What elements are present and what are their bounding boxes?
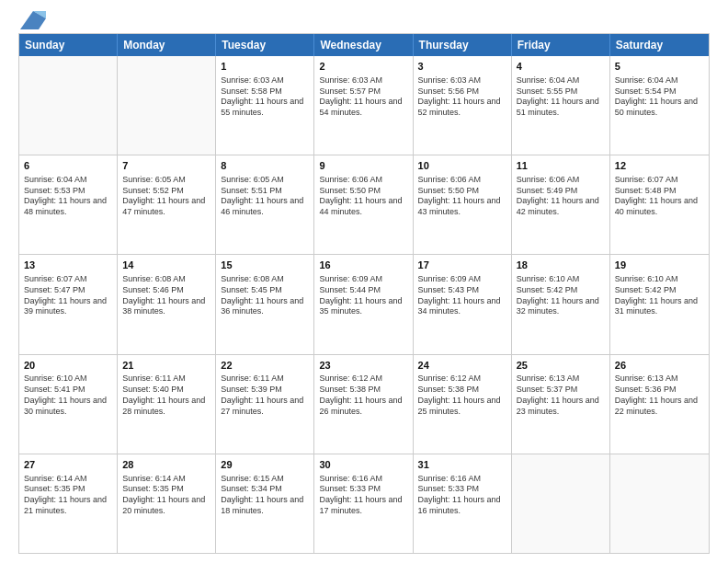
day-number: 22 [221, 359, 309, 373]
cell-info: Sunrise: 6:09 AM Sunset: 5:44 PM Dayligh… [319, 274, 407, 317]
calendar-cell: 10Sunrise: 6:06 AM Sunset: 5:50 PM Dayli… [414, 155, 512, 254]
calendar-week-1: 1Sunrise: 6:03 AM Sunset: 5:58 PM Daylig… [19, 56, 709, 155]
calendar-cell: 25Sunrise: 6:13 AM Sunset: 5:37 PM Dayli… [512, 355, 610, 454]
calendar-week-5: 27Sunrise: 6:14 AM Sunset: 5:35 PM Dayli… [19, 454, 709, 553]
day-number: 5 [615, 60, 704, 74]
calendar-cell: 23Sunrise: 6:12 AM Sunset: 5:38 PM Dayli… [314, 355, 413, 454]
calendar-cell: 11Sunrise: 6:06 AM Sunset: 5:49 PM Dayli… [512, 155, 610, 254]
day-number: 3 [418, 60, 506, 74]
calendar-cell: 4Sunrise: 6:04 AM Sunset: 5:55 PM Daylig… [512, 56, 610, 155]
day-number: 7 [122, 159, 210, 173]
calendar-cell: 24Sunrise: 6:12 AM Sunset: 5:38 PM Dayli… [414, 355, 512, 454]
day-number: 26 [615, 359, 704, 373]
cell-info: Sunrise: 6:15 AM Sunset: 5:34 PM Dayligh… [221, 474, 309, 517]
day-number: 4 [517, 60, 605, 74]
day-header-wednesday: Wednesday [314, 34, 413, 56]
calendar-cell: 29Sunrise: 6:15 AM Sunset: 5:34 PM Dayli… [216, 454, 314, 553]
day-header-friday: Friday [512, 34, 610, 56]
calendar-cell: 16Sunrise: 6:09 AM Sunset: 5:44 PM Dayli… [314, 255, 413, 353]
cell-info: Sunrise: 6:06 AM Sunset: 5:50 PM Dayligh… [319, 175, 407, 218]
calendar-cell [19, 56, 118, 155]
calendar-cell: 20Sunrise: 6:10 AM Sunset: 5:41 PM Dayli… [19, 355, 118, 454]
cell-info: Sunrise: 6:03 AM Sunset: 5:57 PM Dayligh… [319, 75, 407, 119]
cell-info: Sunrise: 6:04 AM Sunset: 5:55 PM Dayligh… [517, 75, 605, 119]
cell-info: Sunrise: 6:10 AM Sunset: 5:41 PM Dayligh… [24, 373, 112, 417]
calendar-cell: 13Sunrise: 6:07 AM Sunset: 5:47 PM Dayli… [19, 255, 118, 353]
calendar: SundayMondayTuesdayWednesdayThursdayFrid… [18, 33, 710, 554]
header [18, 15, 710, 24]
calendar-cell: 14Sunrise: 6:08 AM Sunset: 5:46 PM Dayli… [118, 255, 216, 353]
cell-info: Sunrise: 6:14 AM Sunset: 5:35 PM Dayligh… [122, 474, 210, 517]
calendar-cell [118, 56, 216, 155]
cell-info: Sunrise: 6:05 AM Sunset: 5:51 PM Dayligh… [221, 175, 309, 218]
calendar-cell: 28Sunrise: 6:14 AM Sunset: 5:35 PM Dayli… [118, 454, 216, 553]
cell-info: Sunrise: 6:16 AM Sunset: 5:33 PM Dayligh… [418, 474, 506, 517]
day-number: 11 [517, 159, 605, 173]
day-number: 21 [122, 359, 210, 373]
cell-info: Sunrise: 6:13 AM Sunset: 5:37 PM Dayligh… [517, 373, 605, 417]
calendar-cell: 17Sunrise: 6:09 AM Sunset: 5:43 PM Dayli… [414, 255, 512, 353]
calendar-cell: 1Sunrise: 6:03 AM Sunset: 5:58 PM Daylig… [216, 56, 314, 155]
day-number: 27 [24, 458, 112, 472]
calendar-cell: 19Sunrise: 6:10 AM Sunset: 5:42 PM Dayli… [610, 255, 709, 353]
logo [18, 15, 46, 24]
calendar-cell: 9Sunrise: 6:06 AM Sunset: 5:50 PM Daylig… [314, 155, 413, 254]
cell-info: Sunrise: 6:10 AM Sunset: 5:42 PM Dayligh… [615, 274, 704, 317]
day-number: 8 [221, 159, 309, 173]
calendar-cell: 21Sunrise: 6:11 AM Sunset: 5:40 PM Dayli… [118, 355, 216, 454]
calendar-cell [610, 454, 709, 553]
cell-info: Sunrise: 6:11 AM Sunset: 5:40 PM Dayligh… [122, 373, 210, 417]
calendar-cell: 7Sunrise: 6:05 AM Sunset: 5:52 PM Daylig… [118, 155, 216, 254]
cell-info: Sunrise: 6:07 AM Sunset: 5:47 PM Dayligh… [24, 274, 112, 317]
cell-info: Sunrise: 6:08 AM Sunset: 5:46 PM Dayligh… [122, 274, 210, 317]
day-number: 6 [24, 159, 112, 173]
calendar-cell: 18Sunrise: 6:10 AM Sunset: 5:42 PM Dayli… [512, 255, 610, 353]
day-number: 1 [221, 60, 309, 74]
calendar-cell: 2Sunrise: 6:03 AM Sunset: 5:57 PM Daylig… [314, 56, 413, 155]
day-number: 29 [221, 458, 309, 472]
day-number: 18 [517, 259, 605, 272]
calendar-cell: 26Sunrise: 6:13 AM Sunset: 5:36 PM Dayli… [610, 355, 709, 454]
day-number: 30 [319, 458, 407, 472]
cell-info: Sunrise: 6:06 AM Sunset: 5:49 PM Dayligh… [517, 175, 605, 218]
day-number: 10 [418, 159, 506, 173]
day-header-sunday: Sunday [19, 34, 118, 56]
day-header-monday: Monday [118, 34, 216, 56]
calendar-week-3: 13Sunrise: 6:07 AM Sunset: 5:47 PM Dayli… [19, 254, 709, 353]
calendar-header: SundayMondayTuesdayWednesdayThursdayFrid… [19, 34, 709, 56]
calendar-body: 1Sunrise: 6:03 AM Sunset: 5:58 PM Daylig… [19, 56, 709, 553]
day-number: 20 [24, 359, 112, 373]
calendar-cell: 30Sunrise: 6:16 AM Sunset: 5:33 PM Dayli… [314, 454, 413, 553]
cell-info: Sunrise: 6:07 AM Sunset: 5:48 PM Dayligh… [615, 175, 704, 218]
day-number: 12 [615, 159, 704, 173]
calendar-cell: 12Sunrise: 6:07 AM Sunset: 5:48 PM Dayli… [610, 155, 709, 254]
calendar-cell: 8Sunrise: 6:05 AM Sunset: 5:51 PM Daylig… [216, 155, 314, 254]
calendar-cell: 6Sunrise: 6:04 AM Sunset: 5:53 PM Daylig… [19, 155, 118, 254]
day-number: 28 [122, 458, 210, 472]
day-number: 16 [319, 259, 407, 272]
cell-info: Sunrise: 6:04 AM Sunset: 5:54 PM Dayligh… [615, 75, 704, 119]
day-header-saturday: Saturday [610, 34, 709, 56]
cell-info: Sunrise: 6:09 AM Sunset: 5:43 PM Dayligh… [418, 274, 506, 317]
day-number: 19 [615, 259, 704, 272]
calendar-cell: 27Sunrise: 6:14 AM Sunset: 5:35 PM Dayli… [19, 454, 118, 553]
calendar-week-2: 6Sunrise: 6:04 AM Sunset: 5:53 PM Daylig… [19, 155, 709, 254]
logo-icon [20, 11, 46, 29]
calendar-cell: 3Sunrise: 6:03 AM Sunset: 5:56 PM Daylig… [414, 56, 512, 155]
cell-info: Sunrise: 6:05 AM Sunset: 5:52 PM Dayligh… [122, 175, 210, 218]
cell-info: Sunrise: 6:16 AM Sunset: 5:33 PM Dayligh… [319, 474, 407, 517]
calendar-cell: 15Sunrise: 6:08 AM Sunset: 5:45 PM Dayli… [216, 255, 314, 353]
cell-info: Sunrise: 6:12 AM Sunset: 5:38 PM Dayligh… [319, 373, 407, 417]
calendar-week-4: 20Sunrise: 6:10 AM Sunset: 5:41 PM Dayli… [19, 354, 709, 454]
page: SundayMondayTuesdayWednesdayThursdayFrid… [0, 0, 728, 563]
cell-info: Sunrise: 6:04 AM Sunset: 5:53 PM Dayligh… [24, 175, 112, 218]
day-number: 25 [517, 359, 605, 373]
day-header-thursday: Thursday [414, 34, 512, 56]
cell-info: Sunrise: 6:12 AM Sunset: 5:38 PM Dayligh… [418, 373, 506, 417]
day-number: 24 [418, 359, 506, 373]
day-number: 23 [319, 359, 407, 373]
calendar-cell: 22Sunrise: 6:11 AM Sunset: 5:39 PM Dayli… [216, 355, 314, 454]
calendar-cell: 31Sunrise: 6:16 AM Sunset: 5:33 PM Dayli… [414, 454, 512, 553]
cell-info: Sunrise: 6:10 AM Sunset: 5:42 PM Dayligh… [517, 274, 605, 317]
day-number: 31 [418, 458, 506, 472]
